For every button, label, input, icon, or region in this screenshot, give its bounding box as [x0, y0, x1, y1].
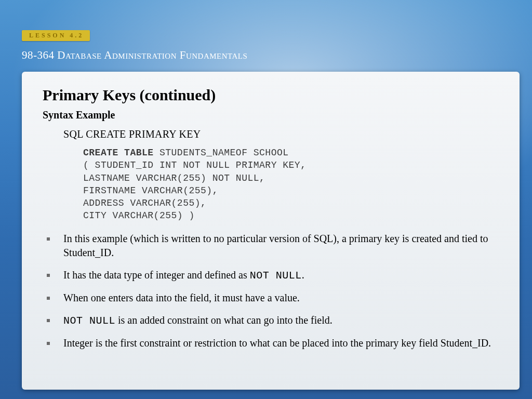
bullet-text-pre: It has the data type of integer and defi… [63, 269, 250, 281]
inline-code: NOT NULL [250, 270, 302, 282]
code-line-3: LASTNAME VARCHAR(255) NOT NULL, [83, 173, 265, 183]
list-item: In this example (which is written to no … [45, 232, 499, 260]
inline-code: NOT NULL [63, 315, 115, 327]
slide-panel: Primary Keys (continued) Syntax Example … [22, 72, 520, 390]
slide-subhead: Syntax Example [43, 109, 499, 121]
code-line-4: FIRSTNAME VARCHAR(255), [83, 185, 218, 196]
bullet-text: Integer is the first constraint or restr… [63, 337, 491, 349]
course-title: 98-364 Database Administration Fundament… [22, 49, 247, 62]
code-keyword: CREATE TABLE [83, 148, 154, 158]
bullet-text-post: is an added constraint on what can go in… [115, 314, 332, 326]
list-item: It has the data type of integer and defi… [45, 268, 499, 283]
code-line-6: CITY VARCHAR(255) ) [83, 210, 195, 221]
list-item: Integer is the first constraint or restr… [45, 336, 499, 350]
list-item: NOT NULL is an added constraint on what … [45, 313, 499, 328]
list-item: When one enters data into the field, it … [45, 291, 499, 305]
code-line-2: ( STUDENT_ID INT NOT NULL PRIMARY KEY, [83, 160, 306, 170]
sql-heading: SQL CREATE PRIMARY KEY [63, 128, 499, 140]
bullet-text: In this example (which is written to no … [63, 233, 488, 258]
code-line-5: ADDRESS VARCHAR(255), [83, 198, 206, 208]
lesson-chip: LESSON 4.2 [22, 30, 90, 41]
slide-title: Primary Keys (continued) [43, 86, 499, 104]
bullet-text-post: . [302, 269, 304, 281]
bullet-list: In this example (which is written to no … [45, 232, 499, 350]
code-line-1: STUDENTS_NAMEOF SCHOOL [154, 148, 289, 158]
bullet-text: When one enters data into the field, it … [63, 292, 300, 303]
sql-code-block: CREATE TABLE STUDENTS_NAMEOF SCHOOL ( ST… [83, 147, 499, 222]
